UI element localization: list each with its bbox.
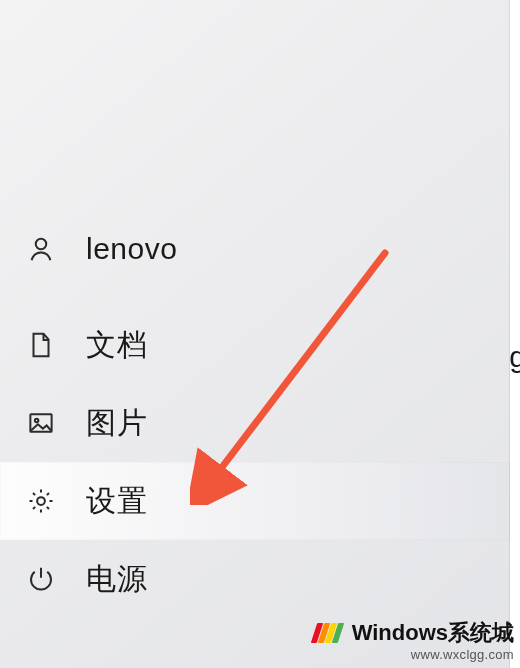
power-label: 电源	[86, 559, 147, 600]
power-item[interactable]: 电源	[0, 540, 510, 618]
svg-point-2	[35, 419, 39, 423]
watermark: Windows系统城 www.wxclgg.com	[314, 621, 514, 662]
cropped-char-2: g	[509, 340, 520, 374]
gear-icon	[24, 484, 58, 518]
watermark-url: www.wxclgg.com	[314, 648, 514, 662]
pictures-item[interactable]: 图片	[0, 384, 510, 462]
picture-icon	[24, 406, 58, 440]
user-account-item[interactable]: lenovo	[0, 210, 510, 288]
user-icon	[24, 232, 58, 266]
start-menu-left-rail: lenovo 文档	[0, 0, 510, 668]
start-menu-panel: lenovo 文档	[0, 0, 520, 668]
watermark-logo	[314, 623, 342, 648]
start-menu-items: lenovo 文档	[0, 210, 510, 618]
user-account-label: lenovo	[86, 232, 177, 266]
power-icon	[24, 562, 58, 596]
watermark-title: Windows系统城	[352, 620, 514, 645]
settings-item[interactable]: 设置	[0, 462, 510, 540]
document-icon	[24, 328, 58, 362]
pictures-label: 图片	[86, 403, 147, 444]
documents-item[interactable]: 文档	[0, 306, 510, 384]
svg-point-0	[36, 239, 47, 250]
right-divider-strip	[510, 0, 520, 668]
documents-label: 文档	[86, 325, 147, 366]
svg-point-3	[37, 497, 45, 505]
settings-label: 设置	[86, 481, 147, 522]
